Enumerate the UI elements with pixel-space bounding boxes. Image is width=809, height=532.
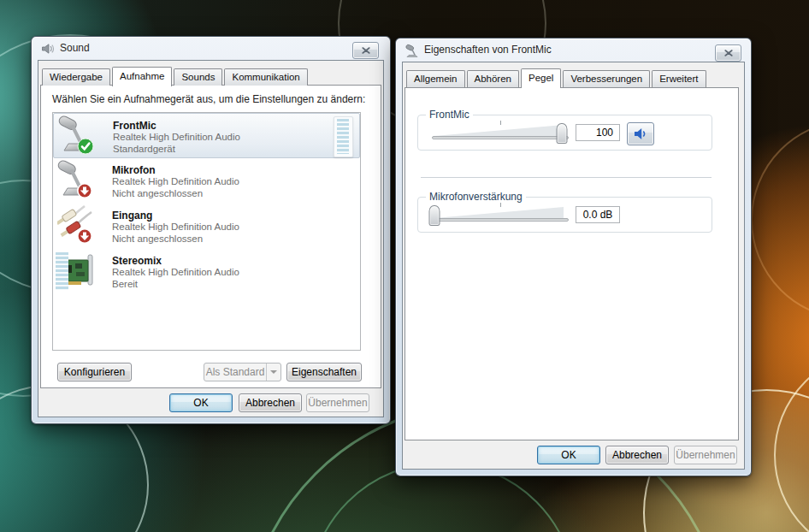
- device-description: Realtek High Definition Audio: [112, 267, 239, 279]
- window-title: Sound: [60, 37, 90, 59]
- device-row-stereomix[interactable]: Stereomix Realtek High Definition Audio …: [53, 249, 360, 294]
- uebernehmen-button[interactable]: Übernehmen: [306, 393, 369, 412]
- tab-kommunikation[interactable]: Kommunikation: [224, 68, 307, 86]
- eigenschaften-button[interactable]: Eigenschaften: [286, 363, 362, 381]
- device-description: Realtek High Definition Audio: [112, 176, 239, 188]
- sound-window-titlebar[interactable]: Sound: [32, 37, 390, 60]
- pegel-tab-page: FrontMic 100: [404, 87, 739, 440]
- device-row-frontmic[interactable]: FrontMic Realtek High Definition Audio S…: [53, 113, 360, 158]
- bokeh-circle: [751, 120, 809, 320]
- close-button[interactable]: [352, 42, 379, 59]
- device-info: FrontMic Realtek High Definition Audio S…: [113, 114, 240, 157]
- close-icon: [362, 47, 370, 54]
- disconnected-icon: [77, 183, 92, 198]
- tab-aufnahme[interactable]: Aufnahme: [112, 67, 172, 86]
- device-list: FrontMic Realtek High Definition Audio S…: [52, 112, 361, 351]
- mute-button[interactable]: [627, 122, 654, 145]
- properties-window-client: Allgemein Abhören Pegel Verbesserungen E…: [402, 62, 745, 470]
- tab-sounds[interactable]: Sounds: [174, 68, 222, 86]
- tab-abhoeren[interactable]: Abhören: [467, 70, 519, 87]
- frontmic-volume-value[interactable]: 100: [576, 124, 620, 141]
- slider-tick: [500, 121, 501, 125]
- speaker-icon: [633, 127, 648, 141]
- abbrechen-button[interactable]: Abbrechen: [605, 446, 669, 464]
- konfigurieren-button[interactable]: Konfigurieren: [57, 363, 132, 381]
- slider-thumb[interactable]: [429, 205, 440, 226]
- tab-allgemein[interactable]: Allgemein: [406, 70, 465, 87]
- microphone-icon: [58, 115, 99, 157]
- abbrechen-button[interactable]: Abbrechen: [239, 393, 302, 412]
- boost-value[interactable]: 0.0 dB: [576, 206, 620, 223]
- boost-slider[interactable]: [432, 203, 569, 228]
- device-description: Realtek High Definition Audio: [112, 222, 239, 233]
- device-description: Realtek High Definition Audio: [113, 132, 240, 144]
- boost-group: Mikrofonverstärkung 0.0 dB: [417, 197, 712, 233]
- device-name: Stereomix: [112, 255, 239, 267]
- chevron-down-icon: [270, 370, 277, 374]
- tab-verbesserungen[interactable]: Verbesserungen: [563, 70, 650, 87]
- ok-button[interactable]: OK: [537, 446, 600, 464]
- line-in-icon: [57, 205, 98, 246]
- speaker-icon: [41, 42, 55, 56]
- frontmic-volume-slider[interactable]: [432, 121, 569, 146]
- tab-pegel[interactable]: Pegel: [521, 68, 561, 88]
- frontmic-volume-group: FrontMic 100: [417, 115, 712, 151]
- microphone-icon: [405, 44, 419, 57]
- slider-track[interactable]: [432, 218, 569, 222]
- device-status: Bereit: [112, 279, 239, 291]
- tab-wiedergabe[interactable]: Wiedergabe: [42, 68, 110, 86]
- device-info: Mikrofon Realtek High Definition Audio N…: [112, 158, 239, 204]
- device-status: Standardgerät: [113, 144, 240, 156]
- als-standard-button[interactable]: Als Standard: [204, 363, 281, 381]
- device-row-eingang[interactable]: Eingang Realtek High Definition Audio Ni…: [53, 204, 360, 249]
- desktop-background: Sound Wiedergabe Aufnahme Sounds Kommuni…: [0, 0, 809, 532]
- device-name: Eingang: [112, 210, 239, 222]
- close-button[interactable]: [715, 44, 741, 62]
- tab-strip: Allgemein Abhören Pegel Verbesserungen E…: [406, 68, 708, 87]
- frontmic-properties-window: Eigenschaften von FrontMic Allgemein Abh…: [395, 38, 752, 476]
- als-standard-label: Als Standard: [204, 364, 266, 381]
- device-info: Eingang Realtek High Definition Audio Ni…: [112, 204, 239, 249]
- group-label: Mikrofonverstärkung: [426, 191, 526, 203]
- default-check-icon: [78, 139, 93, 154]
- slider-wedge: [434, 207, 564, 218]
- disconnected-icon: [77, 228, 92, 244]
- slider-wedge: [434, 125, 564, 136]
- device-row-mikrofon[interactable]: Mikrofon Realtek High Definition Audio N…: [53, 158, 360, 204]
- microphone-icon: [57, 160, 98, 201]
- als-standard-dropdown[interactable]: [266, 364, 280, 381]
- slider-track[interactable]: [432, 136, 569, 139]
- sound-window: Sound Wiedergabe Aufnahme Sounds Kommuni…: [31, 36, 391, 424]
- device-name: Mikrofon: [112, 164, 239, 176]
- tab-erweitert[interactable]: Erweitert: [652, 70, 706, 87]
- device-status: Nicht angeschlossen: [112, 233, 239, 245]
- device-status: Nicht angeschlossen: [112, 188, 239, 200]
- instruction-text: Wählen Sie ein Aufnahmegerät aus, um die…: [52, 93, 365, 105]
- aufnahme-tab-page: Wählen Sie ein Aufnahmegerät aus, um die…: [40, 85, 381, 388]
- group-label: FrontMic: [426, 109, 473, 121]
- ok-button[interactable]: OK: [169, 393, 233, 412]
- device-name: FrontMic: [113, 120, 240, 132]
- divider: [421, 177, 712, 178]
- slider-thumb[interactable]: [557, 123, 568, 144]
- bokeh-circle: [774, 351, 809, 532]
- close-icon: [724, 50, 733, 56]
- window-title: Eigenschaften von FrontMic: [424, 38, 552, 61]
- sound-window-client: Wiedergabe Aufnahme Sounds Kommunikation…: [38, 60, 384, 417]
- slider-tick: [500, 203, 501, 207]
- uebernehmen-button[interactable]: Übernehmen: [674, 446, 737, 464]
- level-meter: [334, 116, 353, 157]
- tab-strip: Wiedergabe Aufnahme Sounds Kommunikation: [42, 67, 310, 86]
- device-info: Stereomix Realtek High Definition Audio …: [112, 249, 239, 294]
- properties-window-titlebar[interactable]: Eigenschaften von FrontMic: [396, 38, 751, 62]
- level-meter: [56, 252, 68, 290]
